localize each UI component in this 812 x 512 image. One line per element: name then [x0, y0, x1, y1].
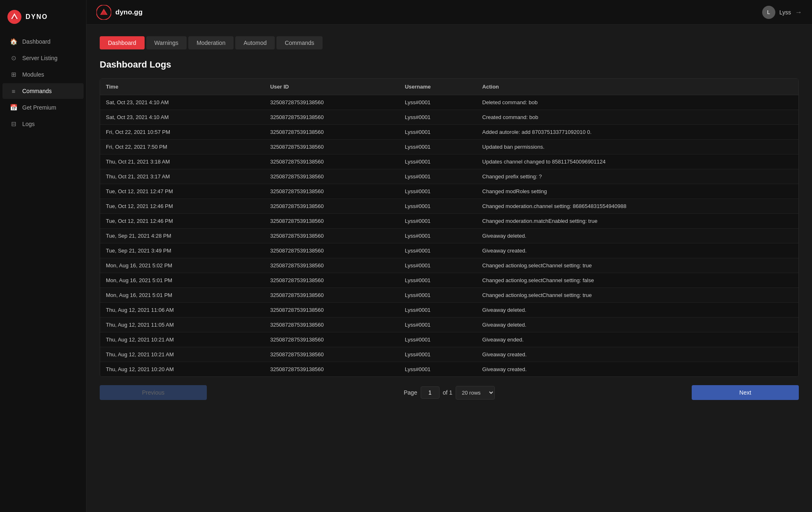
cell-username: Lyss#0001	[399, 199, 477, 214]
cell-action: Giveaway deleted.	[477, 318, 798, 332]
cell-user_id: 325087287539138560	[264, 303, 399, 318]
cell-action: Giveaway deleted.	[477, 229, 798, 243]
topbar-brand: dyno.gg	[96, 5, 143, 20]
cell-user_id: 325087287539138560	[264, 273, 399, 288]
sidebar-item-logs-label: Logs	[22, 121, 35, 127]
commands-icon: ≡	[10, 87, 17, 95]
sidebar-item-get-premium-label: Get Premium	[22, 104, 56, 111]
tab-dashboard[interactable]: Dashboard	[100, 36, 145, 49]
cell-time: Thu, Oct 21, 2021 3:17 AM	[100, 169, 264, 184]
cell-time: Thu, Aug 12, 2021 10:20 AM	[100, 362, 264, 377]
sidebar-item-modules-label: Modules	[22, 71, 44, 78]
sidebar-logo: DYNO	[0, 4, 86, 31]
rows-per-page-select[interactable]: 20 rows 50 rows 100 rows	[456, 386, 495, 400]
cell-user_id: 325087287539138560	[264, 214, 399, 229]
cell-action: Giveaway ended.	[477, 332, 798, 347]
sidebar-item-server-listing[interactable]: ⊙ Server Listing	[2, 50, 84, 66]
topbar: dyno.gg L Lyss →	[87, 0, 812, 25]
tab-automod[interactable]: Automod	[235, 36, 275, 49]
table-row: Sat, Oct 23, 2021 4:10 AM325087287539138…	[100, 95, 798, 110]
sidebar-item-modules[interactable]: ⊞ Modules	[2, 67, 84, 82]
cell-time: Tue, Oct 12, 2021 12:46 PM	[100, 199, 264, 214]
cell-action: Changed actionlog.selectChannel setting:…	[477, 273, 798, 288]
cell-username: Lyss#0001	[399, 288, 477, 303]
cell-username: Lyss#0001	[399, 332, 477, 347]
modules-icon: ⊞	[10, 71, 17, 78]
dyno-logo-icon	[7, 10, 21, 24]
logs-table-wrapper: Time User ID Username Action Sat, Oct 23…	[100, 78, 799, 377]
cell-action: Updated ban permissions.	[477, 140, 798, 154]
of-label: of 1	[443, 389, 452, 396]
table-row: Mon, Aug 16, 2021 5:01 PM325087287539138…	[100, 288, 798, 303]
cell-action: Changed prefix setting: ?	[477, 169, 798, 184]
cell-action: Changed actionlog.selectChannel setting:…	[477, 258, 798, 273]
table-row: Thu, Aug 12, 2021 11:06 AM32508728753913…	[100, 303, 798, 318]
col-user-id: User ID	[264, 79, 399, 95]
cell-username: Lyss#0001	[399, 154, 477, 169]
previous-button[interactable]: Previous	[100, 385, 207, 400]
cell-action: Created command: bob	[477, 110, 798, 125]
cell-username: Lyss#0001	[399, 347, 477, 362]
cell-time: Thu, Aug 12, 2021 11:05 AM	[100, 318, 264, 332]
cell-time: Tue, Oct 12, 2021 12:46 PM	[100, 214, 264, 229]
cell-time: Mon, Aug 16, 2021 5:01 PM	[100, 273, 264, 288]
cell-time: Sat, Oct 23, 2021 4:10 AM	[100, 95, 264, 110]
cell-user_id: 325087287539138560	[264, 95, 399, 110]
cell-action: Giveaway created.	[477, 362, 798, 377]
cell-user_id: 325087287539138560	[264, 169, 399, 184]
topbar-brand-name: dyno.gg	[115, 8, 143, 16]
tab-commands[interactable]: Commands	[276, 36, 323, 49]
table-row: Thu, Aug 12, 2021 10:20 AM32508728753913…	[100, 362, 798, 377]
cell-time: Tue, Sep 21, 2021 4:28 PM	[100, 229, 264, 243]
cell-time: Thu, Aug 12, 2021 11:06 AM	[100, 303, 264, 318]
logout-icon[interactable]: →	[795, 8, 802, 16]
pagination-center: Page of 1 20 rows 50 rows 100 rows	[404, 386, 495, 400]
cell-username: Lyss#0001	[399, 318, 477, 332]
cell-username: Lyss#0001	[399, 184, 477, 199]
cell-user_id: 325087287539138560	[264, 229, 399, 243]
cell-user_id: 325087287539138560	[264, 110, 399, 125]
tab-warnings[interactable]: Warnings	[146, 36, 187, 49]
cell-user_id: 325087287539138560	[264, 140, 399, 154]
cell-time: Thu, Oct 21, 2021 3:18 AM	[100, 154, 264, 169]
page-number-input[interactable]	[421, 386, 440, 399]
cell-user_id: 325087287539138560	[264, 154, 399, 169]
col-time: Time	[100, 79, 264, 95]
sidebar-item-commands-label: Commands	[22, 88, 52, 94]
cell-action: Changed moderation.matchEnabled setting:…	[477, 214, 798, 229]
cell-user_id: 325087287539138560	[264, 362, 399, 377]
logs-icon: ⊟	[10, 120, 17, 128]
table-row: Thu, Oct 21, 2021 3:18 AM325087287539138…	[100, 154, 798, 169]
sidebar-item-logs[interactable]: ⊟ Logs	[2, 116, 84, 132]
page-title: Dashboard Logs	[100, 59, 799, 70]
app-name: DYNO	[26, 13, 48, 21]
cell-time: Fri, Oct 22, 2021 7:50 PM	[100, 140, 264, 154]
table-row: Fri, Oct 22, 2021 10:57 PM32508728753913…	[100, 125, 798, 140]
sidebar-nav: 🏠 Dashboard ⊙ Server Listing ⊞ Modules ≡…	[0, 31, 86, 134]
sidebar-item-commands[interactable]: ≡ Commands	[2, 83, 84, 99]
cell-username: Lyss#0001	[399, 140, 477, 154]
cell-username: Lyss#0001	[399, 169, 477, 184]
home-icon: 🏠	[10, 38, 17, 45]
tab-moderation[interactable]: Moderation	[188, 36, 234, 49]
cell-action: Changed modRoles setting	[477, 184, 798, 199]
cell-username: Lyss#0001	[399, 362, 477, 377]
cell-username: Lyss#0001	[399, 125, 477, 140]
tabs-bar: Dashboard Warnings Moderation Automod Co…	[100, 36, 799, 49]
cell-time: Tue, Oct 12, 2021 12:47 PM	[100, 184, 264, 199]
table-row: Thu, Aug 12, 2021 10:21 AM32508728753913…	[100, 332, 798, 347]
cell-username: Lyss#0001	[399, 229, 477, 243]
topbar-logo-icon	[96, 5, 111, 20]
next-button[interactable]: Next	[692, 385, 799, 400]
sidebar-item-dashboard[interactable]: 🏠 Dashboard	[2, 34, 84, 49]
main-area: dyno.gg L Lyss → Dashboard Warnings Mode…	[87, 0, 812, 512]
cell-username: Lyss#0001	[399, 95, 477, 110]
server-listing-icon: ⊙	[10, 54, 17, 62]
col-action: Action	[477, 79, 798, 95]
cell-time: Thu, Aug 12, 2021 10:21 AM	[100, 332, 264, 347]
sidebar-item-get-premium[interactable]: 📅 Get Premium	[2, 100, 84, 115]
table-row: Thu, Aug 12, 2021 10:21 AM32508728753913…	[100, 347, 798, 362]
content-area: Dashboard Warnings Moderation Automod Co…	[87, 25, 812, 512]
pagination: Previous Page of 1 20 rows 50 rows 100 r…	[100, 385, 799, 400]
table-row: Mon, Aug 16, 2021 5:01 PM325087287539138…	[100, 273, 798, 288]
